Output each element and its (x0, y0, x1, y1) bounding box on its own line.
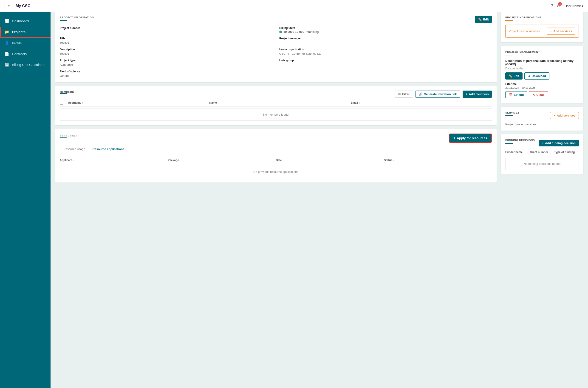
members-card: MEMBERS ⚙ Filter 🔗 Generate invitation l… (55, 86, 497, 125)
notifications-icon[interactable]: ✉ 3 (557, 3, 561, 8)
gdpr-download-label: Download (532, 74, 546, 78)
remaining-text: remaining (305, 30, 318, 34)
gdpr-download-button[interactable]: ⬇ Download (524, 73, 549, 79)
filter-label: Filter (402, 92, 409, 96)
add-funding-label: Add funding decision (545, 141, 576, 145)
tab-resource-usage[interactable]: Resource usage (60, 146, 89, 153)
sidebar-label-projects: Projects (12, 30, 25, 34)
email-col-label: Email (351, 101, 358, 104)
applicant-sort[interactable]: Applicant ↕ (60, 159, 168, 162)
nav-brand: ✛ My CSC (5, 2, 30, 10)
edit-project-button[interactable]: ✏️ Edit (475, 16, 492, 23)
filter-icon: ⚙ (398, 92, 401, 96)
notification-add-services-button[interactable]: + Add services (547, 27, 575, 35)
type-of-funding-sort[interactable]: Type of funding ↕ (554, 150, 579, 154)
billing-icon: 🔄 (5, 63, 9, 67)
notification-text: Project has no services (509, 29, 540, 33)
members-title: MEMBERS (60, 91, 74, 93)
logo: ✛ (5, 2, 13, 10)
gdpr-edit-icon: ✏️ (509, 74, 512, 78)
applicant-col-label: Applicant (60, 159, 72, 162)
filter-button[interactable]: ⚙ Filter (395, 91, 413, 98)
home-org-label: Home organization (279, 48, 492, 51)
funding-title-area: FUNDING DECISIONS (505, 139, 535, 147)
gdpr-title: Description of personal data processing … (505, 59, 579, 66)
project-info-title-area: PROJECT INFORMATION (60, 16, 94, 24)
package-sort[interactable]: Package ↕ (168, 159, 276, 162)
funding-empty-row: No funding decisions added (505, 158, 579, 170)
resources-empty-row: No previous resource applications (60, 166, 492, 178)
unix-group-field: Unix group (279, 59, 492, 67)
sidebar-item-profile[interactable]: 👤 Profile (0, 38, 50, 48)
management-title: PROJECT MANAGEMENT (505, 50, 579, 53)
notifications-title: PROJECT NOTIFICATIONS (505, 16, 579, 19)
notification-plus-icon: + (550, 29, 552, 33)
resources-title-area: RESOURCES (60, 135, 78, 142)
download-icon: ⬇ (528, 74, 530, 78)
lifetime-date: 29.11.2024 - 29.11.2025 (505, 86, 579, 89)
management-underline (505, 55, 513, 55)
email-sort[interactable]: Email ↕ (351, 101, 492, 105)
funding-title: FUNDING DECISIONS (505, 139, 535, 142)
funding-empty-message: No funding decisions added (524, 162, 561, 166)
apply-plus-icon: + (454, 136, 455, 140)
app-title: My CSC (16, 4, 30, 8)
generate-invitation-button[interactable]: 🔗 Generate invitation link (415, 91, 460, 98)
lifetime-actions: 📅 Extend ✕ Close (505, 91, 579, 98)
apply-for-resources-button[interactable]: + Apply for resources (449, 134, 492, 143)
grant-number-col: Grant number (530, 150, 548, 154)
home-org-value: CSC - IT Center for Science Ltd (279, 52, 321, 55)
funding-underline (505, 143, 513, 144)
funder-name-sort[interactable]: Funder name ↓ (505, 150, 530, 154)
services-empty-message: Project has no services (505, 122, 579, 126)
user-menu[interactable]: User Name ▾ (565, 4, 583, 8)
contracts-icon: 📄 (5, 52, 9, 56)
add-funding-decision-button[interactable]: + Add funding decision (539, 140, 579, 146)
sidebar-item-contracts[interactable]: 📄 Contracts (0, 48, 50, 59)
sidebar-item-dashboard[interactable]: 📊 Dashboard (0, 16, 50, 26)
extend-button[interactable]: 📅 Extend (505, 91, 527, 98)
sidebar-label-dashboard: Dashboard (12, 19, 29, 23)
gdpr-subtitle: Data controller: (505, 67, 579, 70)
close-project-button[interactable]: ✕ Close (529, 91, 548, 98)
tab-resource-applications[interactable]: Resource applications (89, 146, 128, 153)
name-col-label: Name (209, 101, 217, 104)
services-title-area: SERVICES (505, 111, 520, 120)
funding-plus-icon: + (542, 141, 544, 145)
username-col-label: Username (68, 101, 81, 104)
services-title: SERVICES (505, 111, 520, 114)
title-label: Title (60, 37, 272, 40)
active-indicator (0, 27, 1, 37)
add-services-label: Add services (557, 114, 575, 117)
sidebar-label-profile: Profile (12, 41, 22, 45)
add-members-label: Add members (469, 92, 489, 96)
help-icon[interactable]: ? (551, 3, 553, 8)
edit-button-label: Edit (483, 18, 489, 21)
sidebar-item-projects[interactable]: 📁 Projects (0, 26, 50, 38)
project-type-field: Project type Academic (60, 59, 272, 67)
lifetime-label: Lifetime (505, 82, 579, 86)
members-title-area: MEMBERS (60, 91, 74, 98)
status-sort[interactable]: Status ↕ (384, 159, 492, 162)
status-sort-icon: ↕ (393, 159, 394, 162)
sidebar-label-billing: Billing Unit Calculator (12, 63, 45, 67)
description-value: Testi01 (60, 52, 69, 55)
username-sort[interactable]: Username ↑ (68, 101, 209, 105)
sidebar-item-billing[interactable]: 🔄 Billing Unit Calculator (0, 59, 50, 70)
grant-number-sort[interactable]: Grant number ↕ (530, 150, 554, 154)
funding-type-sort-icon: ↕ (575, 151, 577, 154)
date-sort[interactable]: Date ↓ (276, 159, 384, 162)
services-card: SERVICES + Add services Project has no s… (501, 107, 583, 131)
page-wrapper: Projects › PROJECT INFORMATION ✏️ Edit (0, 0, 588, 187)
funding-header: FUNDING DECISIONS + Add funding decision (505, 139, 579, 147)
name-sort[interactable]: Name ↕ (209, 101, 351, 105)
members-empty-message: No members found (263, 113, 289, 116)
select-all-checkbox[interactable] (60, 101, 63, 105)
add-members-button[interactable]: + Add members (463, 91, 492, 98)
gdpr-edit-button[interactable]: ✏️ Edit (505, 73, 522, 79)
project-notifications-card: PROJECT NOTIFICATIONS Project has no ser… (501, 11, 583, 42)
plus-icon: + (466, 92, 468, 96)
notifications-underline (505, 20, 513, 21)
package-col-label: Package (168, 159, 179, 162)
add-services-button[interactable]: + Add services (550, 112, 579, 119)
